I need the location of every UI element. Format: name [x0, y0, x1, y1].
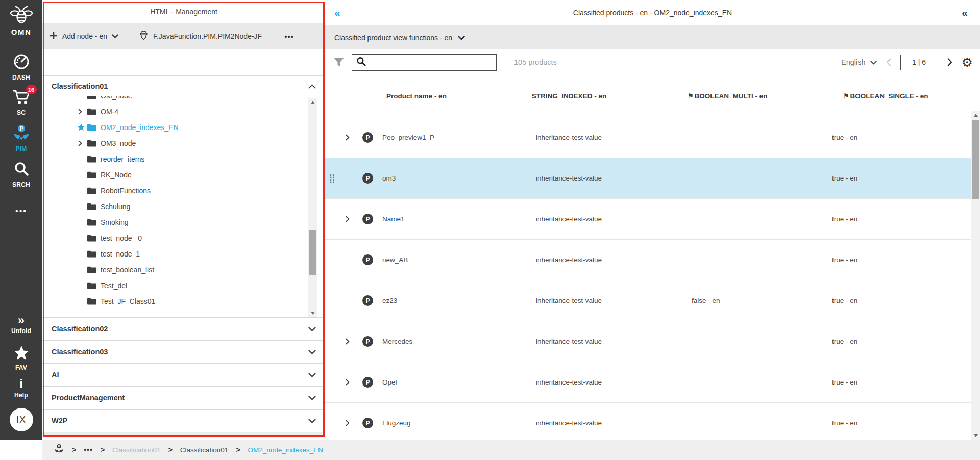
table-header: Product name - en STRING_INDEXED - en ⚑B…	[325, 75, 980, 117]
management-panel: HTML - Management Add node - en	[42, 0, 325, 440]
tree-item-selected[interactable]: OM2_node_indexes_EN	[42, 119, 325, 135]
chevron-down-icon	[308, 371, 316, 379]
sidebar-item-help[interactable]: i Help	[14, 378, 28, 399]
breadcrumb-item-current[interactable]: OM2_node_indexes_EN	[248, 446, 323, 454]
table-row[interactable]: P new_AB inheritance-test-value true - e…	[325, 240, 980, 280]
table-row-selected[interactable]: P om3 inheritance-test-value true - en	[325, 158, 980, 199]
panel-gap	[42, 49, 325, 75]
settings-gear-icon[interactable]: ⚙	[962, 56, 973, 69]
table-scrollbar[interactable]	[971, 111, 980, 440]
table-row[interactable]: P ez23 inheritance-test-value false - en…	[325, 280, 980, 321]
breadcrumb-item[interactable]: Classification01	[112, 446, 161, 454]
panel-more-button[interactable]: •••	[284, 32, 294, 41]
prev-page-button[interactable]	[886, 58, 891, 66]
row-expand-chevron-icon[interactable]	[338, 379, 356, 386]
tree-item[interactable]: OM_node	[42, 96, 325, 104]
table-row[interactable]: P Mercedes inheritance-test-value true -…	[325, 321, 980, 362]
accordion-product-management[interactable]: ProductManagement	[42, 386, 325, 409]
folder-icon	[87, 219, 96, 226]
boolean-single-value: true - en	[804, 215, 967, 223]
language-selector[interactable]: English	[841, 58, 877, 66]
tree-item[interactable]: test node 1	[42, 246, 325, 262]
collapse-panel-right-icon[interactable]: «	[962, 7, 968, 19]
boolean-single-value: true - en	[804, 419, 967, 427]
tree-item[interactable]: OM3_node	[42, 135, 325, 151]
sidebar-item-favorites[interactable]: FAV	[14, 346, 29, 371]
row-expand-chevron-icon[interactable]	[338, 338, 356, 345]
row-expand-chevron-icon[interactable]	[338, 134, 356, 141]
tree-item[interactable]: RobotFunctions	[42, 183, 325, 198]
sidebar-item-favorites-label: FAV	[15, 364, 27, 371]
tree-item[interactable]: Test_del	[42, 277, 325, 293]
table-scrollbar-thumb[interactable]	[972, 120, 979, 199]
table-row[interactable]: P Flugzeug inheritance-test-value true -…	[325, 403, 980, 440]
row-expand-chevron-icon[interactable]	[338, 420, 356, 426]
sidebar-item-shopping-cart-label: SC	[17, 109, 26, 116]
user-avatar[interactable]: IX	[10, 408, 33, 431]
sidebar-item-search[interactable]: SRCH	[12, 161, 30, 188]
scroll-up-arrow[interactable]	[971, 111, 980, 119]
accordion-classification01[interactable]: Classification01	[42, 75, 325, 96]
java-function-label: F.JavaFunction.PIM.PIM2Node-JF	[153, 32, 262, 40]
tree-item[interactable]: test_boolean_list	[42, 262, 325, 277]
breadcrumb-item[interactable]: Classification01	[180, 446, 229, 454]
ellipsis-icon: •••	[15, 207, 27, 216]
tree-item[interactable]: test node 0	[42, 230, 325, 246]
breadcrumb-ellipsis[interactable]: •••	[84, 446, 93, 454]
scroll-down-arrow[interactable]	[308, 309, 317, 317]
row-expand-chevron-icon[interactable]	[338, 216, 356, 222]
panel-horizontal-scrollbar[interactable]	[42, 432, 325, 437]
tree-item[interactable]: OM-4	[42, 104, 325, 119]
tree-item[interactable]: RK_Node	[42, 167, 325, 183]
sidebar-more-menu[interactable]: •••	[15, 207, 27, 216]
omn-logo[interactable]: OMN	[10, 5, 33, 36]
sidebar-item-shopping-cart[interactable]: 16 SC	[12, 89, 31, 116]
column-header-product-name[interactable]: Product name - en	[325, 92, 487, 100]
app-window: OMN DASH 16 SC	[0, 0, 980, 440]
drag-handle-icon[interactable]	[325, 174, 338, 183]
string-indexed-value: inheritance-test-value	[487, 174, 651, 182]
view-selector-label: Classified product view functions - en	[334, 34, 452, 42]
add-node-button[interactable]: Add node - en	[50, 32, 118, 41]
tree-item[interactable]: Schulung	[42, 198, 325, 214]
scroll-down-arrow[interactable]	[971, 431, 980, 440]
accordion-w2p[interactable]: W2P	[42, 409, 325, 432]
sidebar-unfold-label: Unfold	[11, 327, 31, 335]
expand-chevron-icon[interactable]	[77, 140, 87, 146]
folder-icon	[87, 250, 96, 258]
java-function-button[interactable]: F.JavaFunction.PIM.PIM2Node-JF	[139, 30, 262, 42]
bee-logo-icon	[10, 5, 33, 27]
boolean-single-value: true - en	[804, 174, 967, 182]
tree-scrollbar-thumb[interactable]	[309, 230, 316, 275]
chevron-down-icon	[112, 32, 118, 40]
expand-chevron-icon[interactable]	[77, 109, 87, 115]
accordion-ai-label: AI	[52, 371, 59, 379]
table-row[interactable]: P Opel inheritance-test-value true - en	[325, 362, 980, 403]
accordion-classification02[interactable]: Classification02	[42, 317, 325, 340]
breadcrumb: P > ••• > Classification01 > Classificat…	[42, 440, 980, 460]
column-header-string-indexed[interactable]: STRING_INDEXED - en	[487, 92, 651, 100]
sidebar-item-pim[interactable]: P PIM	[12, 124, 31, 152]
tree-scrollbar[interactable]	[308, 98, 317, 317]
page-indicator[interactable]: 1 | 6	[900, 55, 938, 70]
sidebar-unfold-button[interactable]: » Unfold	[11, 315, 31, 335]
accordion-classification03[interactable]: Classification03	[42, 340, 325, 363]
pim-root-icon[interactable]: P	[54, 444, 64, 456]
column-header-boolean-single[interactable]: ⚑BOOLEAN_SINGLE - en	[804, 92, 967, 100]
next-page-button[interactable]	[947, 58, 952, 66]
search-input[interactable]	[369, 58, 492, 66]
column-header-boolean-multi[interactable]: ⚑BOOLEAN_MULTI - en	[651, 92, 804, 100]
table-row[interactable]: P Peo_preview1_P inheritance-test-value …	[325, 117, 980, 158]
tree-item[interactable]: Test_JF_Class01	[42, 293, 325, 309]
filter-icon[interactable]	[333, 57, 345, 68]
view-selector[interactable]: Classified product view functions - en	[325, 25, 980, 49]
product-badge: P	[356, 132, 376, 143]
accordion-ai[interactable]: AI	[42, 363, 325, 386]
sidebar-item-dashboard[interactable]: DASH	[12, 54, 30, 81]
table-row[interactable]: P Name1 inheritance-test-value true - en	[325, 199, 980, 240]
product-name: Name1	[376, 215, 487, 223]
boolean-single-value: true - en	[804, 297, 967, 304]
tree-item[interactable]: Smoking	[42, 214, 325, 230]
scroll-up-arrow[interactable]	[308, 98, 317, 107]
tree-item[interactable]: reorder_items	[42, 151, 325, 167]
